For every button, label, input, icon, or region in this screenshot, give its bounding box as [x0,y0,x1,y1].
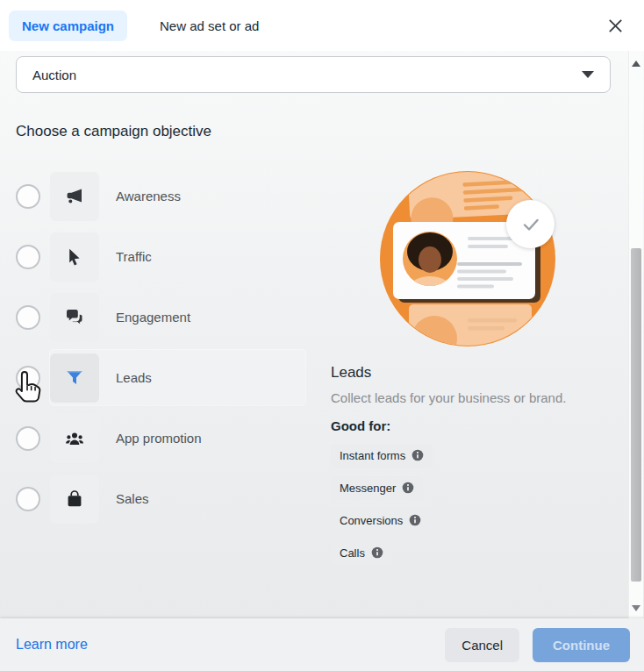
objective-row-body[interactable]: Engagement [50,289,305,345]
leads-illustration [375,171,559,355]
scrollbar [628,51,643,618]
objective-radio[interactable] [16,305,40,330]
continue-button[interactable]: Continue [533,628,630,662]
good-for-tag-list: Instant forms Messenger Conversions Call… [331,444,613,574]
objective-label: Leads [116,370,152,385]
objective-radio[interactable] [16,245,40,269]
objective-row-app-promotion[interactable]: App promotion [16,410,305,466]
objective-row-leads[interactable]: Leads [16,350,305,405]
objective-label: Awareness [116,189,181,203]
scroll-down-button[interactable] [629,601,643,615]
megaphone-icon [64,186,85,207]
triangle-down-icon [632,605,640,611]
good-for-label: Good for: [331,418,613,433]
info-button[interactable] [371,546,383,559]
objective-radio[interactable] [16,426,40,451]
tag-label: Conversions [340,514,403,527]
tab-new-ad-set-or-ad[interactable]: New ad set or ad [147,11,272,41]
objective-icon-tile [50,475,99,524]
objective-row-body[interactable]: Traffic [50,229,305,284]
close-icon [607,18,624,34]
objective-detail-panel: Leads Collect leads for your business or… [331,165,613,574]
info-circle-icon [411,449,424,461]
good-for-tag: Messenger [331,476,423,500]
scroll-up-button[interactable] [629,56,643,70]
info-circle-icon [371,546,383,559]
shopping-bag-icon [64,489,85,510]
info-button[interactable] [411,449,424,461]
dialog-header: New campaign New ad set or ad [0,0,644,51]
learn-more-link[interactable]: Learn more [16,637,88,653]
triangle-up-icon [632,61,640,67]
objective-radio[interactable] [16,184,40,209]
objective-label: Engagement [116,310,190,325]
objective-label: Traffic [116,249,152,264]
objective-row-sales[interactable]: Sales [16,471,305,526]
objective-radio[interactable] [16,366,40,390]
objective-icon-tile [50,293,99,342]
good-for-tag: Instant forms [331,444,433,468]
objective-icon-tile [50,172,99,221]
info-button[interactable] [402,482,414,494]
objective-row-engagement[interactable]: Engagement [16,289,305,345]
people-icon [64,428,85,449]
info-circle-icon [409,514,421,526]
objective-icon-tile [50,414,99,463]
objective-row-body[interactable]: Leads [50,350,305,405]
tag-label: Calls [340,546,365,560]
cursor-icon [64,246,85,268]
objective-row-body[interactable]: Sales [50,471,305,526]
tag-label: Instant forms [340,449,405,462]
objective-label: App promotion [116,431,202,446]
dialog-body: Auction Choose a campaign objective Awar… [0,51,644,618]
objective-row-traffic[interactable]: Traffic [16,229,305,284]
chevron-down-icon [582,71,594,78]
objective-row-awareness[interactable]: Awareness [16,168,305,224]
scrollbar-thumb[interactable] [631,248,641,582]
buying-type-value: Auction [32,68,76,82]
close-button[interactable] [604,14,626,37]
cancel-button[interactable]: Cancel [445,628,519,662]
objective-icon-tile [50,232,99,282]
dialog-footer: Learn more Cancel Continue [0,618,644,671]
buying-type-select[interactable]: Auction [16,56,611,93]
good-for-tag: Calls [331,541,392,565]
objective-list: Awareness Traffic Engagement Leads [16,168,305,532]
tab-new-campaign[interactable]: New campaign [9,11,127,41]
checkmark-icon [518,211,544,238]
objective-icon-tile [50,353,99,403]
objective-label: Sales [116,491,149,506]
info-button[interactable] [409,514,421,526]
chat-bubbles-icon [64,307,85,328]
objective-row-body[interactable]: App promotion [50,410,305,466]
detail-description: Collect leads for your business or brand… [331,389,576,408]
tag-label: Messenger [340,482,396,495]
leads-illustration-graphic [380,171,555,346]
funnel-icon [64,368,85,389]
info-circle-icon [402,482,414,494]
good-for-tag: Conversions [331,509,430,532]
new-campaign-dialog: New campaign New ad set or ad Auction Ch… [0,0,644,671]
objective-row-body[interactable]: Awareness [50,168,305,224]
check-badge [506,200,555,248]
objective-radio[interactable] [16,487,40,511]
objective-section-heading: Choose a campaign objective [16,123,211,140]
detail-title: Leads [331,364,613,382]
